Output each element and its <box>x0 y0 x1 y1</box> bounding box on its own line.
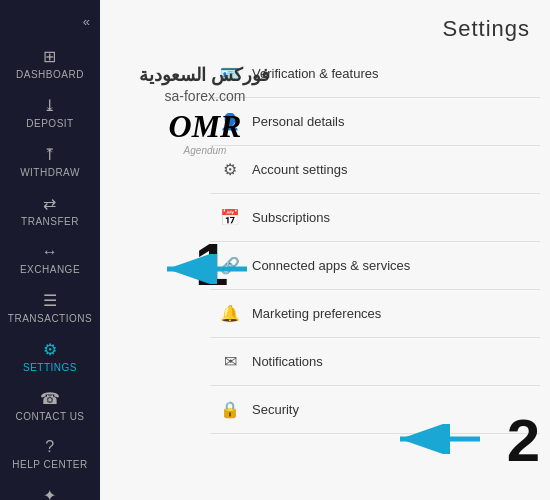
sidebar-transfer-label: TRANSFER <box>21 216 79 227</box>
sidebar-collapse-button[interactable]: « <box>0 8 100 39</box>
sidebar-dashboard-label: DASHBOARD <box>16 69 84 80</box>
sidebar-deposit-icon: ⤓ <box>43 96 57 115</box>
sidebar-settings-label: SETTINGS <box>23 362 77 373</box>
sidebar-item-help[interactable]: ? HELP CENTER <box>0 430 100 478</box>
sidebar-deposit-label: DEPOSIT <box>26 118 73 129</box>
settings-personal-label: Personal details <box>252 114 530 129</box>
page-title: Settings <box>100 0 550 50</box>
sidebar: « ⊞ DASHBOARD ⤓ DEPOSIT ⤒ WITHDRAW ⇄ TRA… <box>0 0 100 500</box>
sidebar-item-exchange[interactable]: ↔ EXCHANGE <box>0 235 100 283</box>
settings-account-icon: ⚙ <box>220 160 240 179</box>
settings-menu: 🪪 Verification & features 👤 Personal det… <box>200 50 550 434</box>
settings-notifications-icon: ✉ <box>220 352 240 371</box>
settings-item-security[interactable]: 🔒 Security <box>210 386 540 434</box>
settings-item-personal[interactable]: 👤 Personal details <box>210 98 540 146</box>
sidebar-contact-icon: ☎ <box>40 389 61 408</box>
sidebar-contact-label: CONTACT US <box>15 411 84 422</box>
settings-marketing-icon: 🔔 <box>220 304 240 323</box>
sidebar-item-settings[interactable]: ⚙ SETTINGS <box>0 332 100 381</box>
sidebar-help-icon: ? <box>45 438 54 456</box>
settings-item-notifications[interactable]: ✉ Notifications <box>210 338 540 386</box>
sidebar-exchange-label: EXCHANGE <box>20 264 80 275</box>
sidebar-exchange-icon: ↔ <box>42 243 59 261</box>
sidebar-dashboard-icon: ⊞ <box>43 47 57 66</box>
sidebar-transfer-icon: ⇄ <box>43 194 57 213</box>
sidebar-item-transfer[interactable]: ⇄ TRANSFER <box>0 186 100 235</box>
settings-item-verification[interactable]: 🪪 Verification & features <box>210 50 540 98</box>
sidebar-settings-icon: ⚙ <box>43 340 58 359</box>
sidebar-withdraw-label: WITHDRAW <box>20 167 80 178</box>
sidebar-transactions-icon: ☰ <box>43 291 58 310</box>
settings-item-connected[interactable]: 🔗 Connected apps & services <box>210 242 540 290</box>
sidebar-withdraw-icon: ⤒ <box>43 145 57 164</box>
settings-verification-label: Verification & features <box>252 66 530 81</box>
settings-security-icon: 🔒 <box>220 400 240 419</box>
sidebar-item-deposit[interactable]: ⤓ DEPOSIT <box>0 88 100 137</box>
settings-item-subscriptions[interactable]: 📅 Subscriptions <box>210 194 540 242</box>
sidebar-item-withdraw[interactable]: ⤒ WITHDRAW <box>0 137 100 186</box>
settings-personal-icon: 👤 <box>220 112 240 131</box>
settings-subscriptions-label: Subscriptions <box>252 210 530 225</box>
settings-marketing-label: Marketing preferences <box>252 306 530 321</box>
settings-item-marketing[interactable]: 🔔 Marketing preferences <box>210 290 540 338</box>
sidebar-item-contact[interactable]: ☎ CONTACT US <box>0 381 100 430</box>
settings-verification-icon: 🪪 <box>220 64 240 83</box>
sidebar-promotions-icon: ✦ <box>43 486 57 500</box>
sidebar-item-transactions[interactable]: ☰ TRANSACTIONS <box>0 283 100 332</box>
settings-item-account[interactable]: ⚙ Account settings <box>210 146 540 194</box>
settings-account-label: Account settings <box>252 162 530 177</box>
sidebar-transactions-label: TRANSACTIONS <box>8 313 92 324</box>
sidebar-item-dashboard[interactable]: ⊞ DASHBOARD <box>0 39 100 88</box>
sidebar-item-promotions[interactable]: ✦ PROMOTIONS <box>0 478 100 500</box>
settings-connected-icon: 🔗 <box>220 256 240 275</box>
main-content: فوركس السعودية sa-forex.com OMR Agendum … <box>100 0 550 500</box>
settings-connected-label: Connected apps & services <box>252 258 530 273</box>
settings-notifications-label: Notifications <box>252 354 530 369</box>
settings-subscriptions-icon: 📅 <box>220 208 240 227</box>
sidebar-help-label: HELP CENTER <box>12 459 87 470</box>
settings-security-label: Security <box>252 402 530 417</box>
